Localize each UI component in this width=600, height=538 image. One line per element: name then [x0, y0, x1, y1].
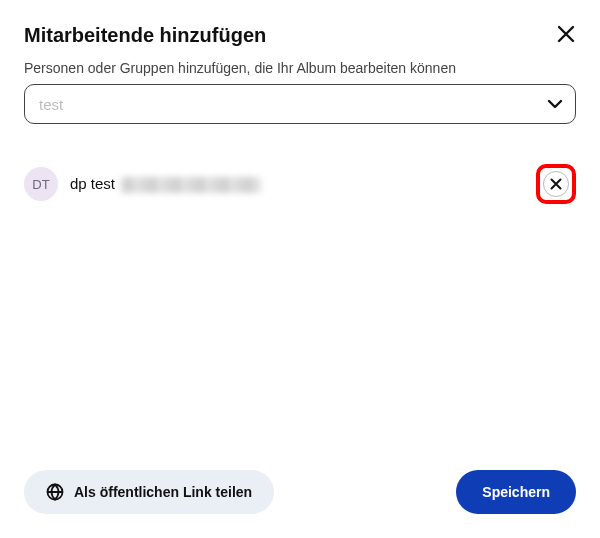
- save-button-label: Speichern: [482, 484, 550, 500]
- share-public-link-button[interactable]: Als öffentlichen Link teilen: [24, 470, 274, 514]
- globe-icon: [46, 483, 64, 501]
- collaborator-name-wrap: dp test: [70, 175, 261, 193]
- remove-collaborator-button[interactable]: [543, 171, 569, 197]
- collaborator-list: DT dp test: [24, 164, 576, 470]
- close-icon: [557, 25, 575, 43]
- modal-subtitle: Personen oder Gruppen hinzufügen, die Ih…: [24, 60, 576, 76]
- search-input[interactable]: [39, 96, 545, 113]
- save-button[interactable]: Speichern: [456, 470, 576, 514]
- modal-footer: Als öffentlichen Link teilen Speichern: [24, 470, 576, 514]
- avatar: DT: [24, 167, 58, 201]
- close-button[interactable]: [552, 20, 580, 48]
- remove-highlight: [536, 164, 576, 204]
- collaborator-name: dp test: [70, 175, 115, 192]
- collaborator-row: DT dp test: [24, 164, 576, 204]
- close-icon: [550, 178, 562, 190]
- share-button-label: Als öffentlichen Link teilen: [74, 484, 252, 500]
- modal-header: Mitarbeitende hinzufügen: [24, 24, 576, 48]
- modal-title: Mitarbeitende hinzufügen: [24, 24, 266, 47]
- chevron-down-icon: [545, 94, 565, 114]
- add-collaborators-modal: Mitarbeitende hinzufügen Personen oder G…: [0, 0, 600, 538]
- redacted-text: [121, 177, 261, 193]
- search-combobox[interactable]: [24, 84, 576, 124]
